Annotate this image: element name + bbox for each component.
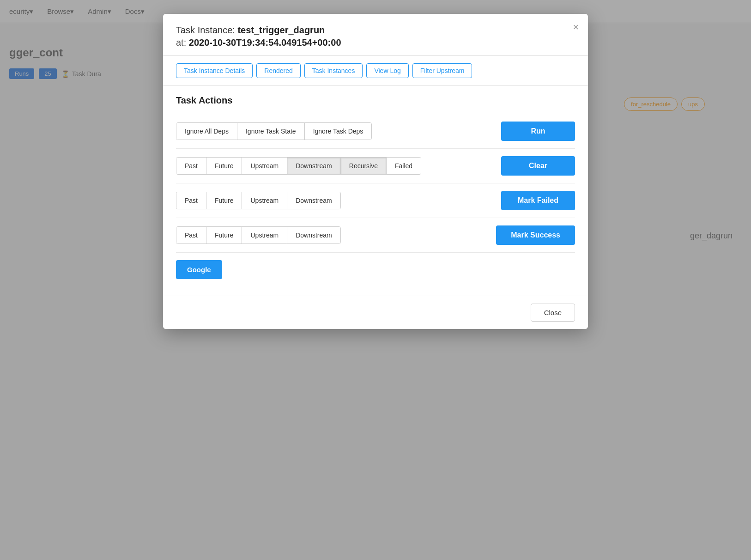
modal-footer: Close — [163, 296, 588, 329]
task-actions-title: Task Actions — [176, 95, 575, 106]
extra-actions-row: Google — [176, 253, 575, 286]
mark-success-downstream-toggle[interactable]: Downstream — [287, 227, 340, 243]
modal-close-x-button[interactable]: × — [573, 22, 579, 32]
modal-timestamp: 2020-10-30T19:34:54.049154+00:00 — [189, 37, 341, 48]
clear-past-toggle[interactable]: Past — [176, 158, 206, 174]
at-prefix: at: — [176, 37, 186, 48]
clear-failed-toggle[interactable]: Failed — [387, 158, 421, 174]
google-button[interactable]: Google — [176, 260, 222, 279]
ignore-task-state-toggle[interactable]: Ignore Task State — [237, 123, 305, 140]
mark-failed-toggle-group: Past Future Upstream Downstream — [176, 192, 341, 209]
modal-title-line1: Task Instance: test_trigger_dagrun — [176, 25, 575, 36]
mark-success-action-row: Past Future Upstream Downstream Mark Suc… — [176, 218, 575, 253]
modal-body: Task Actions Ignore All Deps Ignore Task… — [163, 86, 588, 296]
clear-action-row: Past Future Upstream Downstream Recursiv… — [176, 149, 575, 183]
mark-failed-button[interactable]: Mark Failed — [501, 191, 575, 210]
mark-failed-past-toggle[interactable]: Past — [176, 192, 206, 209]
mark-success-past-toggle[interactable]: Past — [176, 227, 206, 243]
mark-failed-downstream-toggle[interactable]: Downstream — [287, 192, 340, 209]
clear-button[interactable]: Clear — [501, 156, 575, 176]
modal-nav-buttons: Task Instance Details Rendered Task Inst… — [163, 56, 588, 86]
modal-header: Task Instance: test_trigger_dagrun at: 2… — [163, 14, 588, 56]
mark-success-toggle-group: Past Future Upstream Downstream — [176, 226, 341, 244]
run-toggle-group: Ignore All Deps Ignore Task State Ignore… — [176, 122, 372, 140]
run-button[interactable]: Run — [501, 122, 575, 141]
mark-failed-future-toggle[interactable]: Future — [206, 192, 242, 209]
task-instances-button[interactable]: Task Instances — [304, 63, 363, 78]
clear-upstream-toggle[interactable]: Upstream — [242, 158, 287, 174]
mark-failed-action-row: Past Future Upstream Downstream Mark Fai… — [176, 183, 575, 218]
view-log-button[interactable]: View Log — [366, 63, 408, 78]
modal-title-line2: at: 2020-10-30T19:34:54.049154+00:00 — [176, 37, 575, 48]
clear-recursive-toggle[interactable]: Recursive — [341, 158, 387, 174]
filter-upstream-button[interactable]: Filter Upstream — [412, 63, 472, 78]
mark-success-future-toggle[interactable]: Future — [206, 227, 242, 243]
title-prefix: Task Instance: — [176, 25, 235, 35]
task-name: test_trigger_dagrun — [237, 25, 325, 35]
clear-future-toggle[interactable]: Future — [206, 158, 242, 174]
modal-dialog: Task Instance: test_trigger_dagrun at: 2… — [163, 14, 588, 329]
mark-success-upstream-toggle[interactable]: Upstream — [242, 227, 287, 243]
clear-downstream-toggle[interactable]: Downstream — [287, 158, 341, 174]
ignore-all-deps-toggle[interactable]: Ignore All Deps — [176, 123, 237, 140]
clear-toggle-group: Past Future Upstream Downstream Recursiv… — [176, 157, 421, 175]
mark-success-button[interactable]: Mark Success — [496, 225, 575, 245]
ignore-task-deps-toggle[interactable]: Ignore Task Deps — [305, 123, 372, 140]
task-instance-details-button[interactable]: Task Instance Details — [176, 63, 253, 78]
rendered-button[interactable]: Rendered — [256, 63, 301, 78]
run-action-row: Ignore All Deps Ignore Task State Ignore… — [176, 114, 575, 149]
mark-failed-upstream-toggle[interactable]: Upstream — [242, 192, 287, 209]
close-button[interactable]: Close — [531, 304, 575, 322]
modal-overlay: Task Instance: test_trigger_dagrun at: 2… — [0, 0, 751, 560]
